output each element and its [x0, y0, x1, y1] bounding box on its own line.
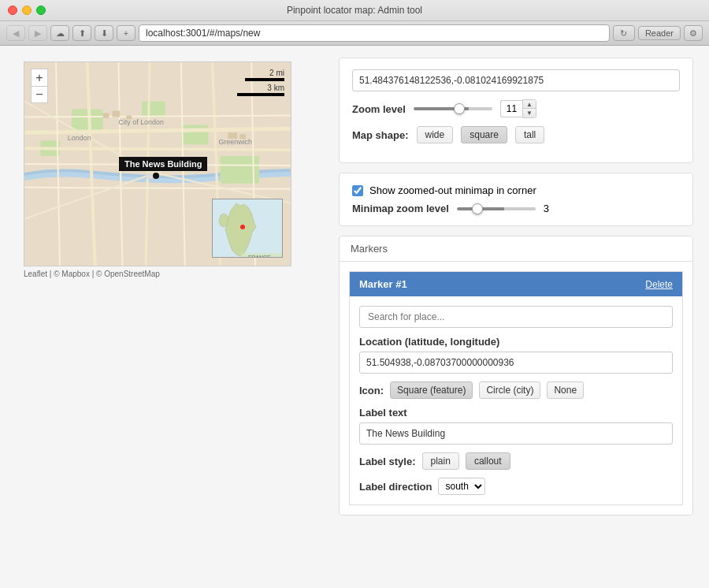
zoom-arrows: ▲ ▼ [522, 99, 536, 118]
shape-row: Map shape: wide square tall [352, 126, 680, 143]
label-style-row: Label style: plain callout [359, 452, 673, 470]
extensions-button[interactable]: ⚙ [684, 25, 703, 41]
zoom-value-display: 11 [500, 100, 522, 117]
shape-tall-button[interactable]: tall [515, 126, 544, 143]
new-tab-button[interactable]: + [117, 25, 135, 41]
marker-search-input[interactable] [359, 306, 673, 328]
icon-square-button[interactable]: Square (feature) [390, 381, 473, 399]
map-marker-dot [153, 173, 159, 179]
forward-button[interactable]: ▶ [28, 25, 47, 41]
address-text: localhost:3001/#/maps/new [146, 28, 260, 39]
map-container[interactable]: City of London London Greenwich + − [24, 61, 291, 266]
zoom-up-arrow[interactable]: ▲ [523, 100, 536, 109]
minimize-button[interactable] [22, 6, 32, 15]
svg-rect-27 [126, 115, 132, 119]
minimap-checkbox-label: Show zoomed-out minimap in corner [369, 184, 536, 196]
icon-none-button[interactable]: None [547, 381, 584, 399]
minimap-inner: FRANCE [213, 199, 282, 257]
scale-mi-label: 2 mi [269, 69, 284, 77]
config-section: Zoom level 11 ▲ ▼ Map shape: wide square… [339, 58, 693, 163]
reader-button[interactable]: Reader [638, 26, 681, 40]
direction-label: Label direction [359, 481, 432, 493]
close-button[interactable] [8, 6, 17, 15]
svg-text:London: London [68, 134, 91, 142]
svg-rect-5 [142, 102, 165, 117]
zoom-row: Zoom level 11 ▲ ▼ [352, 99, 680, 118]
svg-rect-29 [239, 134, 246, 139]
icon-circle-button[interactable]: Circle (city) [479, 381, 540, 399]
markers-section: Markers Marker #1 Delete Location (latit… [339, 236, 693, 515]
svg-rect-1 [72, 110, 103, 133]
right-panel: Zoom level 11 ▲ ▼ Map shape: wide square… [331, 46, 709, 588]
svg-text:FRANCE: FRANCE [248, 255, 271, 258]
minimap-section: Show zoomed-out minimap in corner Minima… [339, 173, 693, 226]
left-panel: City of London London Greenwich + − [0, 46, 331, 588]
marker-title: Marker #1 [359, 278, 407, 290]
map-zoom-controls: + − [31, 69, 48, 103]
browser-chrome: Pinpoint locator map: Admin tool ◀ ▶ ☁ ⬆… [0, 0, 709, 46]
label-style-label: Label style: [359, 456, 416, 467]
direction-select[interactable]: south north east west [438, 478, 485, 495]
location-label: Location (latitude, longitude) [359, 336, 673, 348]
refresh-button[interactable]: ↻ [613, 25, 635, 41]
scale-bar-km [237, 93, 284, 96]
label-text-label: Label text [359, 407, 673, 419]
zoom-slider[interactable] [414, 107, 492, 110]
cloud-button[interactable]: ☁ [50, 25, 69, 41]
svg-line-7 [24, 148, 290, 150]
label-direction-row: Label direction south north east west [359, 478, 673, 495]
svg-text:City of London: City of London [118, 118, 164, 126]
location-input[interactable] [359, 352, 673, 374]
style-callout-button[interactable]: callout [466, 452, 510, 470]
minimap-zoom-label: Minimap zoom level [352, 203, 449, 214]
zoom-number-control: 11 ▲ ▼ [500, 99, 536, 118]
map-marker-label: The News Building [119, 157, 207, 171]
shape-wide-button[interactable]: wide [417, 126, 454, 143]
map-attribution: Leaflet | © Mapbox | © OpenStreetMap [24, 270, 160, 278]
scale-indicator: 2 mi 3 km [237, 69, 284, 96]
share-button[interactable]: ⬆ [72, 25, 91, 41]
address-bar[interactable]: localhost:3001/#/maps/new [139, 24, 610, 42]
bookmark-button[interactable]: ⬇ [95, 25, 113, 41]
svg-rect-25 [103, 114, 110, 118]
marker-body: Location (latitude, longitude) Icon: Squ… [350, 296, 682, 504]
label-text-input[interactable] [359, 422, 673, 445]
nav-bar: ◀ ▶ ☁ ⬆ ⬇ + localhost:3001/#/maps/new ↻ … [0, 20, 709, 45]
zoom-in-button[interactable]: + [31, 69, 48, 86]
markers-header: Markers [340, 236, 692, 262]
main-content: City of London London Greenwich + − [0, 46, 709, 588]
zoom-out-button[interactable]: − [31, 86, 48, 103]
icon-label: Icon: [359, 385, 384, 396]
map-scale: 2 mi 3 km [237, 69, 284, 96]
svg-text:Greenwich: Greenwich [218, 138, 252, 146]
location-section: Location (latitude, longitude) [359, 336, 673, 374]
minimap-zoom-value: 3 [544, 203, 549, 214]
shape-square-button[interactable]: square [461, 126, 507, 143]
window-title: Pinpoint locator map: Admin tool [287, 5, 422, 16]
svg-rect-26 [112, 111, 120, 117]
zoom-label: Zoom level [352, 103, 406, 115]
title-bar: Pinpoint locator map: Admin tool [0, 0, 709, 20]
style-plain-button[interactable]: plain [422, 452, 459, 470]
minimap-zoom-slider[interactable] [457, 207, 536, 210]
coordinates-input[interactable] [352, 69, 680, 91]
scale-bar-miles [245, 78, 284, 81]
minimap-checkbox[interactable] [352, 185, 363, 196]
zoom-down-arrow[interactable]: ▼ [523, 109, 536, 117]
label-text-section: Label text [359, 407, 673, 445]
marker-card-header: Marker #1 Delete [350, 272, 682, 296]
window-controls [8, 6, 46, 15]
minimap-overlay: FRANCE [212, 199, 283, 258]
minimap-zoom-row: Minimap zoom level 3 [352, 203, 680, 214]
marker-delete-button[interactable]: Delete [645, 279, 673, 290]
icon-row: Icon: Square (feature) Circle (city) Non… [359, 381, 673, 399]
scale-km-label: 3 km [267, 84, 284, 92]
back-button[interactable]: ◀ [6, 25, 25, 41]
svg-rect-2 [181, 125, 209, 144]
shape-label: Map shape: [352, 129, 409, 141]
marker-card: Marker #1 Delete Location (latitude, lon… [349, 271, 683, 505]
minimap-checkbox-row: Show zoomed-out minimap in corner [352, 184, 680, 196]
svg-rect-28 [228, 132, 237, 139]
svg-point-33 [240, 225, 245, 229]
maximize-button[interactable] [36, 6, 46, 15]
